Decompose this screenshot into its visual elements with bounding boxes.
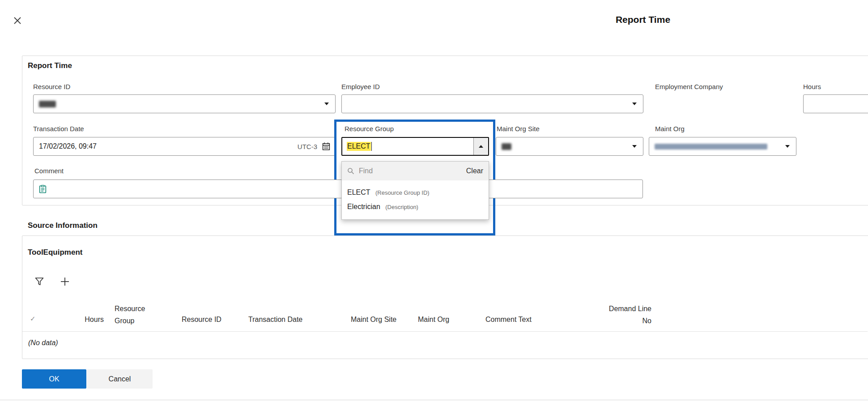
employee-id-label: Employee ID <box>341 83 380 91</box>
column-header-hours: Hours <box>81 316 104 324</box>
add-row-button[interactable] <box>58 275 72 289</box>
maint-org-dropdown-arrow[interactable] <box>785 145 796 148</box>
transaction-date-label: Transaction Date <box>33 125 84 133</box>
option-description-hint: (Description) <box>385 204 418 210</box>
comment-input[interactable] <box>33 180 643 198</box>
comment-label: Comment <box>34 167 64 175</box>
transaction-date-value: 17/02/2026, 09:47 <box>39 142 97 150</box>
option-id-hint: (Resource Group ID) <box>375 189 430 196</box>
employment-company-label: Employment Company <box>655 83 723 91</box>
column-header-comment-text: Comment Text <box>485 316 532 324</box>
maint-org-site-combobox[interactable] <box>496 137 643 156</box>
report-time-dialog: Report Time Report Time Resource ID Empl… <box>0 0 868 402</box>
column-header-demand-line-no: Demand Line No <box>598 303 651 327</box>
find-input[interactable] <box>358 167 443 175</box>
dropdown-find-row: Clear <box>342 162 489 180</box>
search-icon <box>347 167 354 175</box>
note-icon[interactable] <box>39 185 47 193</box>
hours-label: Hours <box>803 83 821 91</box>
employee-id-combobox[interactable] <box>341 94 643 113</box>
option-id: ELECT <box>347 188 370 196</box>
maint-org-combobox[interactable] <box>649 137 796 156</box>
option-description: Electrician <box>347 203 380 210</box>
hours-input[interactable] <box>803 94 868 113</box>
column-header-transaction-date: Transaction Date <box>248 316 302 324</box>
resource-id-label: Resource ID <box>33 83 70 91</box>
maint-org-redacted-value <box>655 144 767 150</box>
bottom-divider <box>0 400 868 400</box>
plus-icon <box>60 276 70 288</box>
filter-button[interactable] <box>33 276 46 288</box>
ok-button[interactable]: OK <box>22 369 86 389</box>
resource-group-dropdown-panel: Clear ELECT (Resource Group ID) Electric… <box>341 161 489 220</box>
column-header-resource-group: Resource Group <box>115 303 156 327</box>
column-header-maint-org-site: Maint Org Site <box>351 316 396 324</box>
resource-id-combobox[interactable] <box>33 94 336 113</box>
calendar-icon[interactable] <box>322 142 331 151</box>
transaction-date-input[interactable]: 17/02/2026, 09:47 UTC-3 <box>33 137 336 156</box>
maint-org-label: Maint Org <box>655 125 685 133</box>
clear-button[interactable]: Clear <box>466 167 483 175</box>
chevron-down-icon <box>632 145 637 148</box>
resource-id-dropdown-arrow[interactable] <box>324 103 335 105</box>
chevron-down-icon <box>632 103 637 105</box>
timezone-label: UTC-3 <box>298 143 317 150</box>
maint-org-site-dropdown-arrow[interactable] <box>632 145 643 148</box>
maint-org-site-label: Maint Org Site <box>497 125 540 133</box>
select-all-checkmark[interactable]: ✓ <box>30 315 36 323</box>
tool-equipment-section <box>22 235 868 359</box>
resource-group-combobox[interactable]: ELECT <box>341 137 489 156</box>
text-caret <box>371 142 372 151</box>
chevron-down-icon <box>324 103 329 105</box>
resource-group-collapse-arrow[interactable] <box>473 138 488 155</box>
table-header-divider <box>22 331 868 332</box>
chevron-down-icon <box>785 145 790 148</box>
dropdown-option[interactable]: ELECT (Resource Group ID) Electrician (D… <box>342 180 489 213</box>
maint-org-site-redacted-value <box>502 143 511 150</box>
column-header-resource-id: Resource ID <box>182 316 221 324</box>
cancel-button[interactable]: Cancel <box>87 369 153 389</box>
tool-equipment-section-title: ToolEquipment <box>28 248 82 257</box>
resource-group-value: ELECT <box>347 142 371 151</box>
employee-id-dropdown-arrow[interactable] <box>632 103 643 105</box>
filter-icon <box>34 277 44 287</box>
resource-id-redacted-value <box>39 101 56 107</box>
no-data-text: (No data) <box>28 339 58 347</box>
close-icon <box>13 16 22 27</box>
close-button[interactable] <box>11 14 24 28</box>
source-information-section-title: Source Information <box>28 221 98 230</box>
column-header-maint-org: Maint Org <box>418 316 449 324</box>
resource-group-label: Resource Group <box>345 125 394 133</box>
page-title: Report Time <box>598 14 688 25</box>
chevron-up-icon <box>479 145 483 148</box>
report-time-section-title: Report Time <box>28 61 72 70</box>
